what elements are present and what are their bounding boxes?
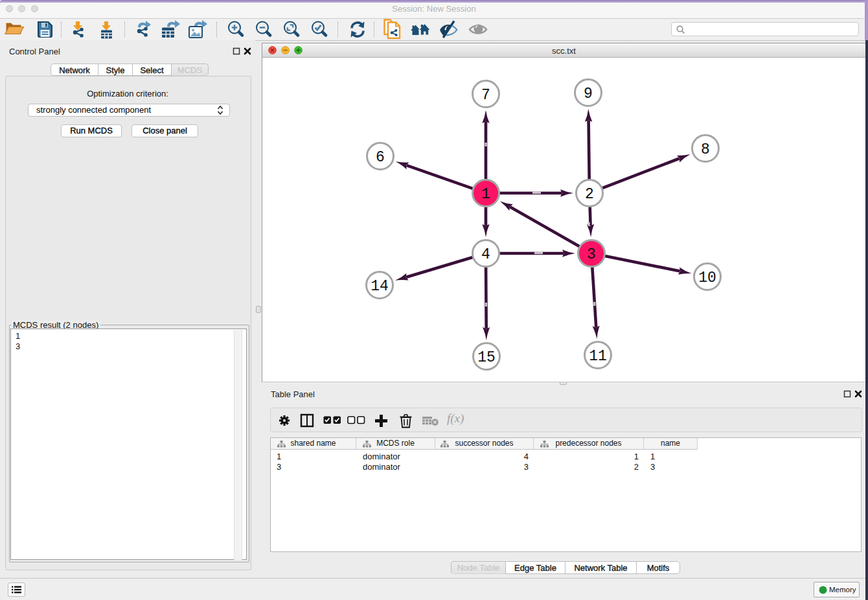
svg-text:4: 4 [481,246,490,263]
svg-text:9: 9 [584,86,593,102]
svg-text:8: 8 [701,141,710,158]
svg-text:10: 10 [698,270,716,286]
svg-text:14: 14 [371,278,389,295]
svg-text:1: 1 [481,186,490,203]
svg-text:2: 2 [585,186,594,203]
svg-text:15: 15 [477,349,496,366]
svg-text:6: 6 [376,149,385,166]
svg-text:3: 3 [587,246,596,263]
svg-text:11: 11 [589,348,607,365]
svg-text:7: 7 [481,87,490,104]
